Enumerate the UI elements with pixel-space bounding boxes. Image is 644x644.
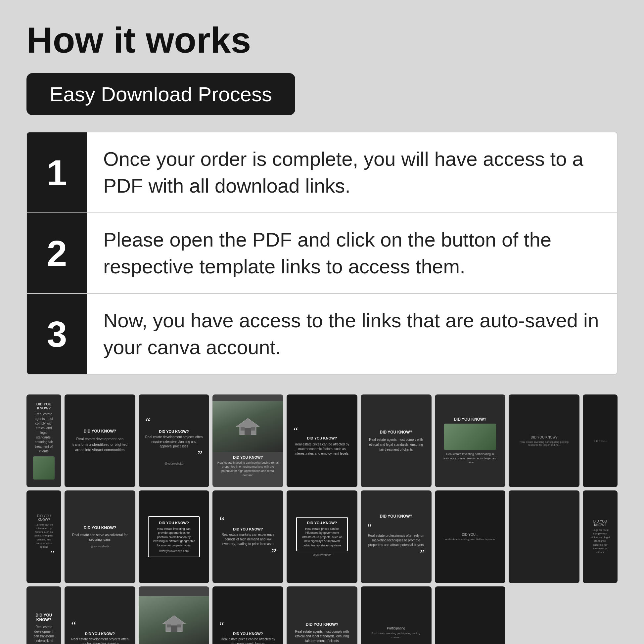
- svg-rect-5: [171, 625, 177, 632]
- step-text-3: Now, you have access to the links that a…: [87, 294, 617, 374]
- house-icon-2: [161, 615, 187, 633]
- step-number-1: 1: [27, 132, 87, 212]
- gallery-card-row2-3: DID YOU KNOW? Real estate investing can …: [139, 490, 209, 583]
- step-text-1: Once your order is complete, you will ha…: [87, 132, 617, 212]
- steps-container: 1 Once your order is complete, you will …: [26, 132, 618, 375]
- svg-rect-6: [167, 624, 171, 627]
- gallery-card-row3-1: DID YOU KNOW? ...agents must comply with…: [583, 490, 618, 583]
- gallery-card-row2-7: DID YOU... ...real estate investing pote…: [435, 490, 506, 583]
- step-row-1: 1 Once your order is complete, you will …: [27, 132, 617, 213]
- svg-rect-1: [245, 428, 251, 435]
- gallery-spacer-row3: [435, 586, 506, 644]
- gallery-card-row3-5: “ DID YOU KNOW? Real estate prices can b…: [212, 586, 283, 644]
- gallery-card-row2-6: DID YOU KNOW? “ Real estate professional…: [361, 490, 432, 583]
- svg-rect-3: [251, 427, 255, 431]
- gallery-card-row3-6: DID YOU KNOW? Real estate agents must co…: [287, 586, 357, 644]
- house-icon: [235, 417, 261, 437]
- step-row-2: 2 Please open the PDF and click on the b…: [27, 213, 617, 294]
- gallery-grid: DID YOU KNOW? Real estate agents must co…: [26, 394, 618, 644]
- gallery-card-row2-1: DID YOU KNOW? ...prices can be influence…: [26, 490, 61, 583]
- gallery-card-1: DID YOU KNOW? Real estate agents must co…: [26, 394, 61, 487]
- main-container: How it works Easy Download Process 1 Onc…: [0, 0, 644, 644]
- gallery-card-row2-4: “ DID YOU KNOW? Real estate markets can …: [212, 490, 283, 583]
- gallery-card-partial-right-1: DID YOU...: [583, 394, 618, 487]
- gallery-card-row3-2: DID YOU KNOW? Real estate development ca…: [26, 586, 61, 644]
- gallery-card-row3-3: “ DID YOU KNOW? Real estate development …: [65, 586, 135, 644]
- gallery-card-row2-2: DID YOU KNOW? Real estate can serve as c…: [65, 490, 135, 583]
- gallery-card-6: DID YOU KNOW? Real estate agents must co…: [361, 394, 432, 487]
- gallery-card-row3-4: DID YOU KNOW? Real estate prices can be …: [139, 586, 209, 644]
- svg-rect-7: [177, 624, 181, 627]
- gallery-card-4: DID YOU KNOW? Real estate investing can …: [212, 394, 283, 487]
- gallery-card-7b: DID YOU KNOW? Real estate investing part…: [509, 394, 579, 487]
- step-text-2: Please open the PDF and click on the but…: [87, 213, 617, 293]
- gallery-card-3: “ DID YOU KNOW? Real estate development …: [139, 394, 209, 487]
- gallery-card-row2-5: DID YOU KNOW? Real estate prices can be …: [287, 490, 357, 583]
- svg-rect-2: [241, 427, 245, 431]
- gallery-card-7: DID YOU KNOW? Real estate investing part…: [435, 394, 506, 487]
- tab-easy-download[interactable]: Easy Download Process: [26, 73, 295, 115]
- gallery-spacer-row2: [509, 490, 579, 583]
- gallery-card-2: DID YOU KNOW? Real estate development ca…: [65, 394, 135, 487]
- gallery-section: DID YOU KNOW? Real estate agents must co…: [26, 394, 618, 644]
- step-number-3: 3: [27, 294, 87, 374]
- gallery-card-row3-7: Participating Real estate investing part…: [361, 586, 432, 644]
- page-title: How it works: [26, 20, 618, 60]
- gallery-card-5: “ DID YOU KNOW? Real estate prices can b…: [287, 394, 357, 487]
- step-row-3: 3 Now, you have access to the links that…: [27, 294, 617, 374]
- step-number-2: 2: [27, 213, 87, 293]
